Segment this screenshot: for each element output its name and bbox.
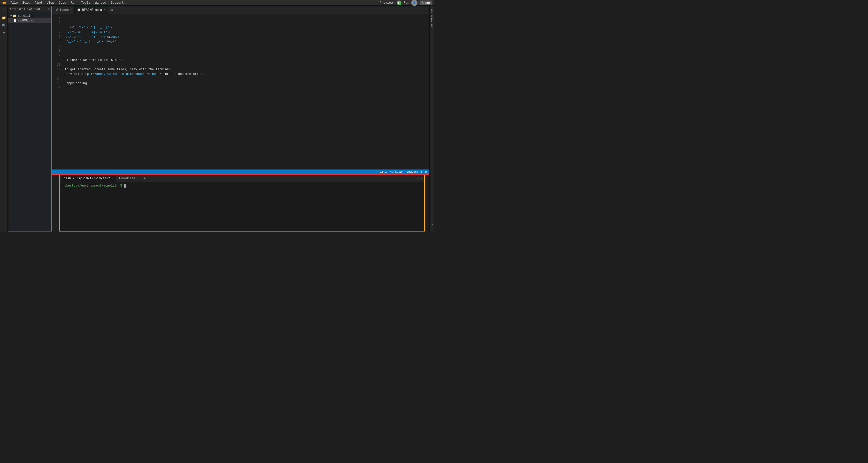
menu-file[interactable]: File: [8, 1, 20, 5]
spaces-setting[interactable]: Spaces: 4: [407, 170, 422, 173]
editor-content[interactable]: 12345 678910 1112131415 16 /\\ /\\/=/ /=…: [52, 14, 429, 169]
file-name: README.md: [18, 19, 34, 23]
tab-readme[interactable]: 📄 README.md ×: [75, 6, 108, 14]
terminal-close[interactable]: ×: [421, 177, 423, 180]
menubar: File Edit Find View Goto Run Tools Windo…: [0, 0, 434, 6]
explorer-body: ▼ 📁 monolith 📄 README.md: [8, 12, 51, 231]
terminal-tab-bash[interactable]: bash - "ip-10-177-10-142" ×: [61, 175, 116, 182]
hamburger-icon[interactable]: ☰: [1, 7, 7, 13]
editor-tab-bar: Welcome × 📄 README.md × ⊕: [52, 6, 429, 14]
menu-goto[interactable]: Goto: [57, 1, 68, 5]
preview-button[interactable]: Preview: [378, 1, 395, 5]
terminal-prompt: hubertc:~/environment/monolith $: [63, 183, 422, 188]
line-numbers: 12345 678910 1112131415 16: [52, 14, 63, 169]
explorer-header: Interstella-Cloud9 ⚙: [8, 6, 51, 12]
terminal-area: bash - "ip-10-177-10-142" × Immediate × …: [59, 175, 425, 232]
share-button[interactable]: Share: [420, 1, 432, 5]
terminal-cursor: [124, 184, 126, 188]
terminal-add-tab[interactable]: ⊕: [141, 176, 148, 181]
folder-name: monolith: [18, 14, 33, 18]
code-editor[interactable]: /\\ /\\/=/ /=||- _ -|/=\ /\/\/ =| | |=|\…: [63, 14, 429, 169]
cloud-icon: [2, 1, 6, 5]
user-avatar[interactable]: 👤: [411, 0, 417, 6]
search-icon[interactable]: 🔍: [1, 23, 7, 28]
tab-readme-icon: 📄: [77, 8, 80, 12]
terminal-tab-immediate-label: Immediate: [119, 177, 135, 180]
tab-welcome-close[interactable]: ×: [70, 8, 72, 11]
prompt-path: hubertc:~/environment/monolith $: [63, 183, 122, 188]
chevron-down-icon: ▼: [10, 15, 11, 17]
terminal-tab-bar: bash - "ip-10-177-10-142" × Immediate × …: [60, 175, 424, 182]
aws-resources-label[interactable]: AWS Resources: [430, 8, 433, 28]
menu-run[interactable]: Run: [69, 1, 79, 5]
tree-item-readme[interactable]: 📄 README.md: [8, 18, 51, 23]
icon-sidebar: ☰ 📁 🔍 ≡: [0, 6, 8, 232]
language-mode[interactable]: Markdown: [390, 170, 404, 173]
list-icon[interactable]: ≡: [1, 30, 7, 36]
svg-rect-3: [3, 3, 5, 4]
terminal-controls: ⤢ ×: [417, 177, 424, 181]
tree-item-monolith[interactable]: ▼ 📁 monolith: [8, 13, 51, 18]
tab-add-button[interactable]: ⊕: [108, 7, 115, 13]
run-button[interactable]: ▶: [397, 1, 401, 5]
status-bar: 15:1 Markdown Spaces: 4 ⚙: [52, 169, 429, 174]
terminal-maximize[interactable]: ⤢: [417, 177, 420, 181]
terminal-tab-bash-label: bash - "ip-10-177-10-142": [64, 177, 110, 180]
tab-readme-modified: [100, 9, 102, 11]
explorer-settings-icon[interactable]: ⚙: [48, 7, 50, 11]
cursor-position: 15:1: [380, 170, 387, 173]
explorer-header-left: Interstella-Cloud9: [10, 8, 40, 11]
project-name: Interstella-Cloud9: [10, 8, 40, 11]
file-md-icon: 📄: [13, 19, 17, 22]
terminal-tab-immediate[interactable]: Immediate ×: [116, 175, 141, 182]
editor-area: Welcome × 📄 README.md × ⊕ 12345 678910 1…: [52, 6, 429, 175]
tab-welcome[interactable]: Welcome ×: [53, 6, 75, 14]
menubar-right: Preview ▶ Run 👤 Share: [378, 0, 432, 6]
menu-support[interactable]: Support: [109, 1, 126, 5]
menu-tools[interactable]: Tools: [79, 1, 92, 5]
terminal-tab-bash-close[interactable]: ×: [112, 177, 113, 180]
aws-bottom-icon[interactable]: ⚙: [431, 222, 433, 226]
aws-sidebar: AWS Resources ⚙: [429, 6, 434, 232]
terminal-tab-immediate-close[interactable]: ×: [137, 177, 138, 180]
run-label: Run: [404, 1, 409, 5]
folder-icon: 📁: [13, 14, 17, 18]
tab-readme-close[interactable]: ×: [104, 8, 105, 11]
menu-edit[interactable]: Edit: [21, 1, 32, 5]
menu-view[interactable]: View: [44, 1, 56, 5]
settings-icon-status[interactable]: ⚙: [425, 170, 427, 174]
folder-icon-sidebar[interactable]: 📁: [1, 15, 7, 21]
main-layout: ☰ 📁 🔍 ≡ Interstella-Cloud9 ⚙ ▼ 📁 monolit…: [0, 6, 434, 232]
tab-readme-label: README.md: [82, 8, 99, 12]
menu-window[interactable]: Window: [93, 1, 108, 5]
terminal-content[interactable]: hubertc:~/environment/monolith $: [60, 182, 424, 231]
file-explorer: Interstella-Cloud9 ⚙ ▼ 📁 monolith 📄 READ…: [8, 6, 52, 232]
tab-welcome-label: Welcome: [56, 8, 69, 12]
menu-find[interactable]: Find: [33, 1, 44, 5]
